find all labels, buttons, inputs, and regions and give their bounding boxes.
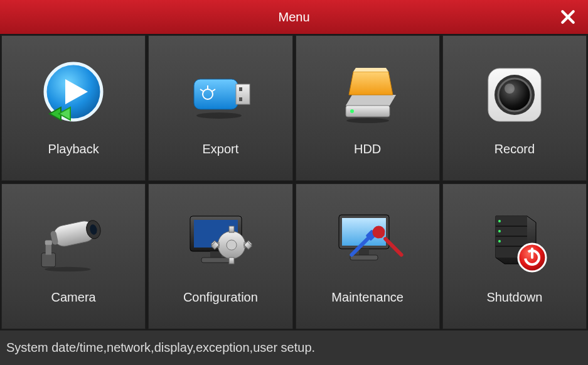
shutdown-icon [477, 209, 552, 278]
tile-label: HDD [354, 142, 381, 156]
svg-point-59 [498, 220, 501, 222]
close-button[interactable] [559, 8, 577, 26]
svg-rect-36 [201, 258, 230, 263]
svg-rect-49 [359, 249, 369, 255]
svg-marker-18 [353, 68, 388, 72]
svg-rect-39 [229, 258, 234, 264]
tile-label: Maintenance [331, 290, 404, 305]
maintenance-icon [330, 209, 405, 278]
footer-hint-bar: System date/time,network,display,excepti… [0, 330, 588, 365]
tile-maintenance[interactable]: Maintenance [296, 183, 440, 329]
hdd-icon [330, 60, 405, 129]
svg-point-19 [350, 109, 354, 113]
camera-icon [36, 209, 111, 278]
tile-label: Configuration [183, 290, 258, 305]
svg-rect-8 [239, 87, 242, 91]
tile-label: Shutdown [486, 290, 542, 305]
tile-label: Camera [51, 290, 96, 305]
tile-hdd[interactable]: HDD [296, 35, 440, 181]
svg-rect-7 [236, 84, 250, 104]
configuration-icon [183, 209, 258, 278]
tile-label: Playback [48, 142, 99, 156]
tile-playback[interactable]: Playback [1, 35, 146, 181]
svg-marker-17 [349, 72, 393, 95]
menu-title: Menu [278, 10, 309, 25]
svg-rect-27 [45, 240, 52, 244]
tile-label: Record [494, 142, 535, 156]
tile-record[interactable]: Record [442, 35, 587, 181]
svg-point-20 [346, 118, 389, 123]
record-icon [477, 60, 552, 129]
footer-hint: System date/time,network,display,excepti… [6, 340, 315, 355]
export-icon [183, 60, 258, 129]
tile-shutdown[interactable]: Shutdown [442, 183, 587, 329]
svg-point-60 [498, 230, 501, 232]
svg-rect-50 [350, 255, 378, 260]
menu-grid: Playback [0, 34, 588, 330]
tile-camera[interactable]: Camera [1, 183, 146, 329]
tile-configuration[interactable]: Configuration [148, 183, 292, 329]
svg-marker-15 [346, 95, 396, 106]
svg-point-14 [196, 112, 242, 119]
svg-point-61 [498, 240, 501, 242]
svg-point-23 [498, 79, 531, 111]
svg-rect-25 [41, 253, 55, 266]
playback-icon [36, 60, 111, 129]
svg-rect-38 [229, 226, 234, 232]
svg-point-32 [45, 266, 91, 271]
close-icon [560, 9, 576, 25]
svg-point-46 [227, 240, 237, 250]
svg-rect-9 [239, 97, 242, 101]
menu-header: Menu [0, 0, 588, 34]
svg-point-24 [505, 84, 515, 94]
tile-export[interactable]: Export [148, 35, 292, 181]
tile-label: Export [202, 142, 238, 156]
svg-rect-6 [194, 79, 238, 109]
